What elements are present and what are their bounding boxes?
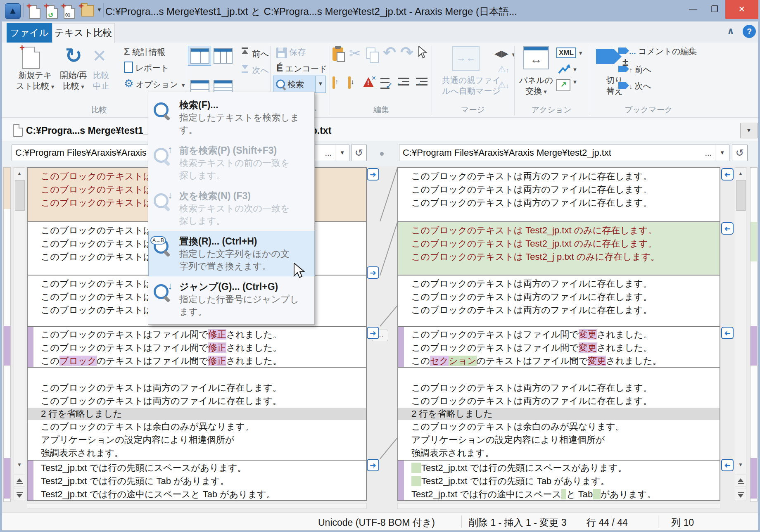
scroll-up-icon[interactable]: ▲	[14, 168, 25, 179]
right-scrollbar[interactable]: ▲ ▼	[735, 167, 746, 501]
text-line: このブロックのテキストは両方のファイルに存在します。	[411, 381, 720, 394]
start-recompare-icon[interactable]: ↻	[65, 45, 82, 66]
diff-block-spacer	[398, 368, 720, 381]
right-path-input[interactable]: C:¥Program Files¥Araxis¥Araxis Merge¥tes…	[399, 145, 729, 161]
merge-left-button[interactable]: ➜	[721, 222, 734, 235]
previous-difference-button[interactable]: 前へ	[241, 48, 269, 59]
changed-block-strip	[28, 461, 33, 500]
left-scrollbar-thumb[interactable]	[15, 180, 25, 211]
menu-item-title: 検索(F)...	[179, 98, 311, 112]
menu-item-search-jump[interactable]: ↓ジャンプ(G)... (Ctrl+G)指定した行番号にジャンプし ます。	[148, 276, 314, 322]
new-binary-comparison-icon[interactable]: +01	[64, 5, 75, 19]
next-bookmark-button[interactable]: ↓ 次へ	[618, 81, 651, 92]
auto-merge-button: 共通の親ファイ ルへ自動マージ	[434, 75, 508, 96]
path-row: C:¥Program Files¥Araxis¥Araxis Merge¥tes…	[2, 141, 758, 166]
three-panel-layout-icon[interactable]	[214, 48, 233, 64]
right-path-dropdown-icon[interactable]: ▼	[715, 145, 729, 161]
new-comparison-icon[interactable]: +	[22, 47, 40, 69]
export-icon[interactable]: ↗ ▼	[556, 79, 577, 91]
statistics-button[interactable]: Σ 統計情報	[124, 46, 165, 58]
app-icon[interactable]: ▲	[5, 3, 21, 19]
report-button[interactable]: レポート	[124, 62, 169, 74]
checklist-icon[interactable]: ✓	[380, 78, 390, 90]
new-folder-comparison-icon[interactable]: +	[81, 2, 94, 17]
outdent-icon[interactable]: ←	[397, 77, 409, 89]
previous-bookmark-button[interactable]: ↑ 前へ	[618, 64, 651, 75]
menu-item-search-replace[interactable]: A→B置換(R)... (Ctrl+H)指定した文字列をほかの文 字列で置き換え…	[148, 231, 314, 276]
separator	[23, 3, 24, 17]
merge-direction-icon[interactable]: ◀▶ ▼	[494, 48, 516, 59]
new-text-merge-icon[interactable]: +↺	[46, 5, 58, 19]
right-horizontal-scrollbar[interactable]	[397, 503, 720, 509]
browse-left-button[interactable]: ...	[321, 148, 335, 158]
two-panel-layout-icon[interactable]	[190, 48, 209, 64]
diff-block-omitted: 2 行を省略しました	[398, 408, 720, 420]
diff-block-omitted: 2 行を省略しました	[28, 408, 366, 420]
compare-lines-icon[interactable]: ▼	[558, 64, 577, 76]
report-icon	[124, 62, 133, 73]
first-change-button[interactable]	[14, 475, 25, 487]
left-scrollbar[interactable]: ▲ ▼	[14, 167, 25, 501]
merge-left-button[interactable]: ➜	[721, 168, 734, 180]
merge-right-button[interactable]: ➜	[367, 327, 379, 339]
previous-conflict-icon: ⚠↑	[498, 64, 509, 75]
right-path-text[interactable]: C:¥Program Files¥Araxis¥Araxis Merge¥tes…	[399, 147, 701, 158]
text-line: このブロックのテキストはファイル間で修正されました。	[41, 354, 366, 368]
menu-item-search[interactable]: 検索(F)...指定したテキストを検索しま す。	[148, 95, 314, 140]
abort-comparison-button: 比較 中止	[85, 70, 118, 91]
encoding-button[interactable]: É エンコード	[276, 62, 327, 74]
diff-map-added-mark	[750, 222, 757, 261]
merge-left-button[interactable]: ➜	[721, 327, 734, 339]
search-dropdown-icon[interactable]: ▼	[315, 76, 325, 93]
browse-right-button[interactable]: ...	[701, 148, 715, 158]
merge-right-button[interactable]: ➜	[367, 459, 379, 471]
new-text-comparison-icon[interactable]: +	[29, 5, 40, 19]
last-change-button[interactable]	[735, 489, 746, 501]
insert-after-icon[interactable]: ↓	[348, 76, 354, 89]
changed-block-strip	[398, 461, 404, 500]
quick-access-dropdown-icon[interactable]: ▼	[97, 7, 102, 13]
diff-block-same: このブロックのテキストは両方のファイルに存在します。このブロックのテキストは両方…	[398, 276, 720, 327]
scroll-up-icon[interactable]: ▲	[735, 168, 746, 179]
bookmark-toggle-icon[interactable]: ±	[596, 49, 622, 66]
left-history-icon[interactable]: ↺	[351, 145, 367, 161]
close-button[interactable]: ✕	[725, 0, 758, 19]
text-line: 強調表示されます。	[411, 446, 720, 460]
options-button[interactable]: ⚙ オプション ▼	[124, 77, 186, 90]
swap-panels-icon[interactable]: ↔	[523, 46, 549, 69]
error-marker-icon[interactable]: ✕	[363, 77, 374, 89]
right-history-icon[interactable]: ↺	[732, 145, 748, 161]
tab-text-comparison[interactable]: テキスト比較	[52, 23, 115, 43]
document-list-dropdown-icon[interactable]: ▼	[740, 123, 758, 138]
last-change-button[interactable]	[14, 489, 25, 501]
left-path-dropdown-icon[interactable]: ▼	[335, 145, 349, 161]
left-diff-map[interactable]	[3, 167, 11, 502]
scroll-down-icon[interactable]: ▼	[14, 459, 25, 470]
edit-comment-button[interactable]: ... コメントの編集	[618, 46, 697, 57]
merge-left-button[interactable]: ➜	[721, 459, 734, 471]
insert-before-icon[interactable]: ↑	[332, 76, 339, 89]
right-diff-map[interactable]	[750, 167, 758, 502]
gear-icon: ⚙	[124, 77, 133, 90]
right-scrollbar-thumb[interactable]	[736, 180, 746, 211]
swap-panels-button[interactable]: パネルの 交換	[513, 75, 559, 97]
search-button[interactable]: 検索 ▼	[273, 76, 326, 93]
merge-right-button[interactable]: ➜	[367, 168, 379, 180]
minimize-button[interactable]: —	[682, 0, 704, 19]
xml-options-button[interactable]: XML ▼	[556, 48, 583, 58]
paste-icon[interactable]	[332, 48, 343, 61]
help-button[interactable]: ?	[743, 25, 756, 38]
first-change-button[interactable]	[735, 475, 746, 487]
left-horizontal-scrollbar[interactable]	[27, 503, 367, 509]
maximize-button[interactable]: ❐	[704, 0, 725, 19]
copy-icon	[366, 48, 379, 63]
indent-icon[interactable]: →	[415, 77, 428, 89]
ribbon-collapse-icon[interactable]: ∧	[727, 26, 734, 36]
tab-file[interactable]: ファイル	[7, 23, 52, 43]
merge-right-button[interactable]: ➜	[367, 266, 379, 279]
scroll-down-icon[interactable]: ▼	[735, 459, 746, 470]
text-line: 強調表示されます。	[41, 446, 366, 460]
right-file-panel[interactable]: このブロックのテキストは両方のファイルに存在します。このブロックのテキストは両方…	[397, 167, 720, 501]
application-window: ▲ + +↺ +01 + ▼ C:¥Progra...s Merge¥test1…	[0, 0, 760, 532]
select-pointer-icon[interactable]	[418, 46, 428, 61]
